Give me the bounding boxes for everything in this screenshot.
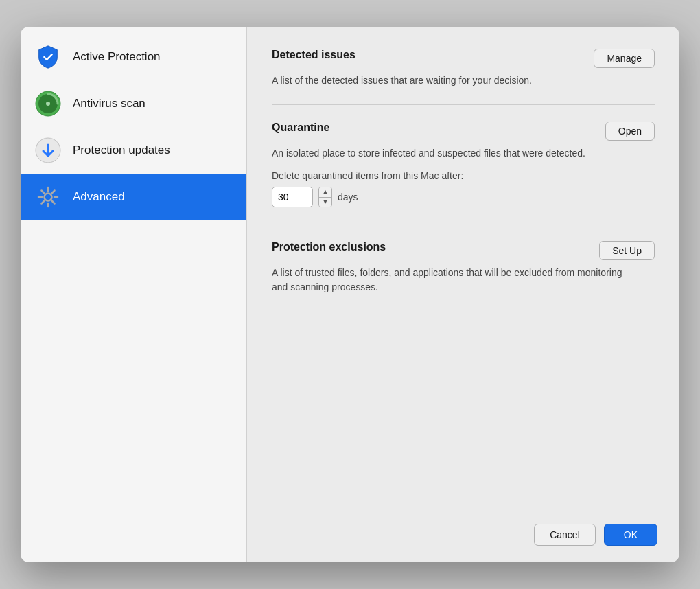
svg-line-9 xyxy=(42,191,45,194)
shield-icon xyxy=(34,43,62,71)
sidebar-item-antivirus-scan[interactable]: Antivirus scan xyxy=(21,80,246,127)
svg-line-11 xyxy=(52,191,55,194)
detected-issues-desc: A list of the detected issues that are w… xyxy=(272,73,629,88)
svg-point-2 xyxy=(46,102,50,106)
protection-exclusions-desc: A list of trusted files, folders, and ap… xyxy=(272,266,629,294)
detected-issues-title: Detected issues xyxy=(272,49,355,61)
cancel-button[interactable]: Cancel xyxy=(534,524,596,546)
gear-icon xyxy=(34,183,62,211)
days-label: days xyxy=(338,192,358,203)
sidebar-item-protection-updates[interactable]: Protection updates xyxy=(21,127,246,174)
quarantine-input-row: ▲ ▼ days xyxy=(272,187,655,207)
protection-exclusions-section: Protection exclusions Set Up A list of t… xyxy=(272,241,655,311)
days-input[interactable] xyxy=(272,187,313,207)
stepper-down-button[interactable]: ▼ xyxy=(319,198,331,207)
main-content: Detected issues Manage A list of the det… xyxy=(247,27,679,562)
sidebar-item-active-protection[interactable]: Active Protection xyxy=(21,34,246,80)
ok-button[interactable]: OK xyxy=(604,524,657,546)
quarantine-title: Quarantine xyxy=(272,122,329,134)
footer: Cancel OK xyxy=(534,524,657,546)
open-button[interactable]: Open xyxy=(605,122,655,141)
svg-line-12 xyxy=(42,201,45,204)
svg-line-10 xyxy=(52,201,55,204)
antivirus-scan-icon xyxy=(34,90,62,117)
sidebar-label-protection-updates: Protection updates xyxy=(73,143,170,157)
svg-point-4 xyxy=(45,194,52,201)
protection-updates-icon xyxy=(34,137,62,164)
quarantine-delete-label: Delete quarantined items from this Mac a… xyxy=(272,170,655,181)
manage-button[interactable]: Manage xyxy=(594,49,655,68)
sidebar-item-advanced[interactable]: Advanced xyxy=(21,174,246,220)
detected-issues-header: Detected issues Manage xyxy=(272,49,655,68)
sidebar-label-advanced: Advanced xyxy=(73,190,125,204)
quarantine-section: Quarantine Open An isolated place to sto… xyxy=(272,122,655,224)
stepper-up-button[interactable]: ▲ xyxy=(319,187,331,198)
protection-exclusions-header: Protection exclusions Set Up xyxy=(272,241,655,260)
protection-exclusions-title: Protection exclusions xyxy=(272,241,386,253)
quarantine-desc: An isolated place to store infected and … xyxy=(272,146,629,161)
main-dialog: Active Protection Antivirus scan xyxy=(21,27,679,562)
sidebar: Active Protection Antivirus scan xyxy=(21,27,247,562)
sidebar-label-active-protection: Active Protection xyxy=(73,50,161,64)
setup-button[interactable]: Set Up xyxy=(599,241,655,260)
sidebar-label-antivirus-scan: Antivirus scan xyxy=(73,97,145,111)
detected-issues-section: Detected issues Manage A list of the det… xyxy=(272,49,655,105)
quarantine-header: Quarantine Open xyxy=(272,122,655,141)
days-stepper[interactable]: ▲ ▼ xyxy=(318,187,332,207)
